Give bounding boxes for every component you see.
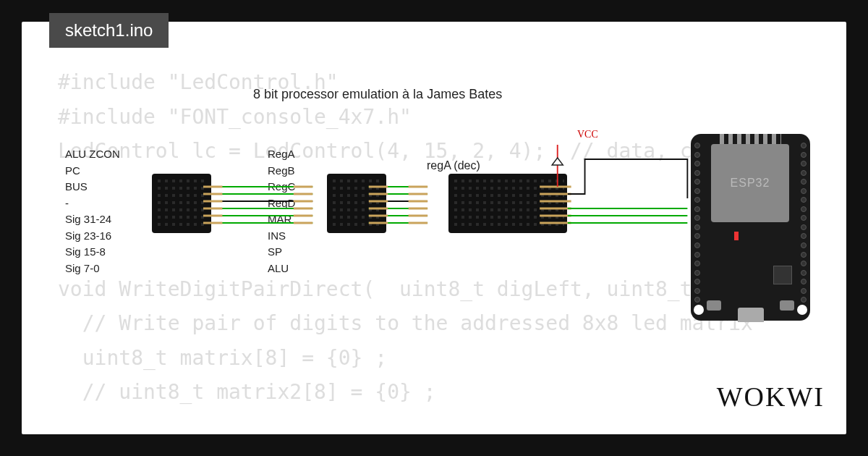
diagram-title: 8 bit processor emulation à la James Bat… [253, 87, 502, 102]
led-matrix-1 [152, 174, 211, 233]
register-label: MAR [268, 211, 295, 228]
circuit-diagram: 8 bit processor emulation à la James Bat… [65, 87, 817, 304]
esp32-en-button[interactable] [707, 300, 721, 311]
signal-label: Sig 15-8 [65, 244, 120, 261]
esp32-chip-label: ESP32 [731, 177, 770, 190]
signal-label: Sig 7-0 [65, 261, 120, 277]
mount-hole-icon [797, 305, 807, 315]
esp32-antenna [720, 134, 781, 144]
signal-label: - [65, 195, 120, 212]
mount-hole-icon [694, 305, 704, 315]
esp32-boot-button[interactable] [780, 300, 794, 311]
esp32-usb-chip-icon [773, 266, 792, 284]
led-matrix-2 [327, 174, 386, 233]
register-label: RegB [268, 163, 295, 180]
wokwi-logo: WOKWI [717, 381, 825, 413]
esp32-usb-port-icon [738, 308, 764, 322]
register-label: RegD [268, 195, 295, 212]
signal-label: PC [65, 163, 120, 180]
esp32-board: ESP32 [691, 134, 810, 321]
esp32-shield: ESP32 [711, 144, 789, 222]
signal-label: Sig 31-24 [65, 211, 120, 228]
esp32-power-led-icon [734, 232, 739, 240]
esp32-pins-right [801, 143, 807, 312]
register-label: INS [268, 228, 295, 245]
register-label: RegA [268, 146, 295, 163]
vcc-label: VCC [577, 129, 598, 140]
file-tab-label: sketch1.ino [65, 20, 153, 40]
signal-label: ALU ZCON [65, 146, 120, 163]
signal-label: Sig 23-16 [65, 228, 120, 245]
led-matrix-3 [448, 174, 567, 233]
register-label: SP [268, 244, 295, 261]
signal-label: BUS [65, 179, 120, 195]
register-label: ALU [268, 261, 295, 277]
svg-marker-42 [552, 158, 563, 165]
labels-group-left: ALU ZCONPCBUS-Sig 31-24Sig 23-16Sig 15-8… [65, 146, 120, 276]
rega-dec-label: regA (dec) [427, 159, 480, 172]
preview-card: #include "LedControl.h" #include "FONT_c… [22, 22, 846, 434]
register-label: RegC [268, 179, 295, 195]
labels-group-mid: RegARegBRegCRegDMARINSSPALU [268, 146, 295, 276]
esp32-pins-left [694, 143, 700, 312]
file-tab[interactable]: sketch1.ino [49, 13, 169, 48]
